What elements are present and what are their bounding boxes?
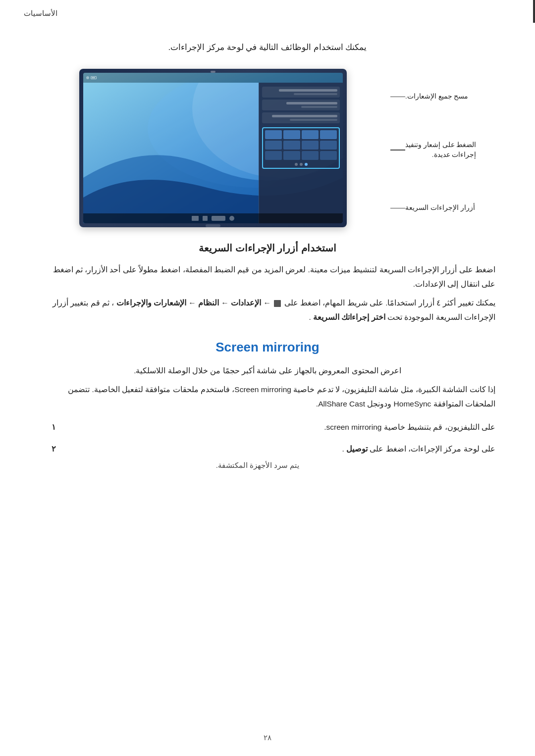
quick-actions-para2: يمكنك تغيير أكثر ٤ أزرار استخدامًا. على … <box>40 296 495 324</box>
intro-text: يمكنك استخدام الوظائف التالية في لوحة مر… <box>40 41 495 55</box>
step-2-sub: يتم سرد الأجهزة المكتشفة. <box>40 458 495 472</box>
left-annotations: مسح جميع الإشعارات. الضغط على إشعار وتنف… <box>386 69 495 227</box>
step-2-text: على لوحة مركز الإجراءات، اضغط على توصيل … <box>59 442 495 456</box>
step-2-number: ٢ <box>48 442 59 456</box>
step-1-number: ١ <box>48 420 59 435</box>
ann-line-3 <box>390 208 405 209</box>
notif-item-2 <box>262 100 340 110</box>
quick-actions-row1 <box>265 130 337 139</box>
status-icons <box>86 76 97 79</box>
step-1: على التليفزيون، قم بتنشيط خاصية screen m… <box>40 420 495 435</box>
ann-connector-1 <box>390 97 405 98</box>
ann-connector-3 <box>390 208 405 209</box>
notif-item-3 <box>262 112 340 123</box>
quick-actions-title: استخدام أزرار الإجراءات السريعة <box>40 242 495 254</box>
bottom-taskbar <box>83 213 343 223</box>
step-2: على لوحة مركز الإجراءات، اضغط على توصيل … <box>40 442 495 472</box>
quick-actions-body: اضغط على أزرار الإجراءات السريعة لتنشيط … <box>40 263 495 325</box>
image-section: مسح جميع الإشعارات. الضغط على إشعار وتنف… <box>40 69 495 227</box>
screen-mirroring-title: Screen mirroring <box>40 340 495 355</box>
screen-mirroring-para1: اعرض المحتوى المعروض بالجهاز على شاشة أك… <box>40 364 495 378</box>
ann-line-1 <box>390 97 405 98</box>
header-bar: الأساسيات <box>0 0 535 23</box>
quick-actions-row3 <box>265 151 337 160</box>
screen-mirroring-para2: إذا كانت الشاشة الكبيرة، مثل شاشة التليف… <box>40 383 495 411</box>
notif-item-1 <box>262 87 340 98</box>
panel-dots <box>265 163 337 166</box>
notification-panel <box>259 83 343 223</box>
battery-icon <box>91 76 97 79</box>
annotation-tap-notification: الضغط على إشعار وتنفيذ إجراءات عديدة. <box>386 138 495 162</box>
home-button <box>206 224 220 227</box>
quick-actions-row2 <box>265 141 337 150</box>
wifi-icon <box>86 76 89 79</box>
quick-actions-para1: اضغط على أزرار الإجراءات السريعة لتنشيط … <box>40 263 495 291</box>
page-number: ٢٨ <box>264 733 271 742</box>
annotation-clear-notifications: مسح جميع الإشعارات. <box>386 90 495 103</box>
quick-actions-highlighted <box>262 127 340 169</box>
annotation-quick-action-buttons: أزرار الإجراءات السريعة <box>386 201 495 215</box>
screen-mirroring-steps: على التليفزيون، قم بتنشيط خاصية screen m… <box>40 420 495 472</box>
grid-icon <box>274 300 281 307</box>
screen-mirroring-section: Screen mirroring اعرض المحتوى المعروض با… <box>40 340 495 473</box>
status-bar <box>83 73 343 83</box>
step-1-text: على التليفزيون، قم بتنشيط خاصية screen m… <box>59 420 495 434</box>
page-container: الأساسيات يمكنك استخدام الوظائف التالية … <box>0 0 535 756</box>
header-title: الأساسيات <box>24 9 57 18</box>
device-area <box>40 69 386 227</box>
tablet-screen <box>83 73 343 223</box>
quick-actions-section: استخدام أزرار الإجراءات السريعة اضغط على… <box>40 242 495 325</box>
ann-line-2 <box>390 150 405 151</box>
device-image <box>79 69 347 227</box>
ann-connector-2 <box>390 150 405 151</box>
